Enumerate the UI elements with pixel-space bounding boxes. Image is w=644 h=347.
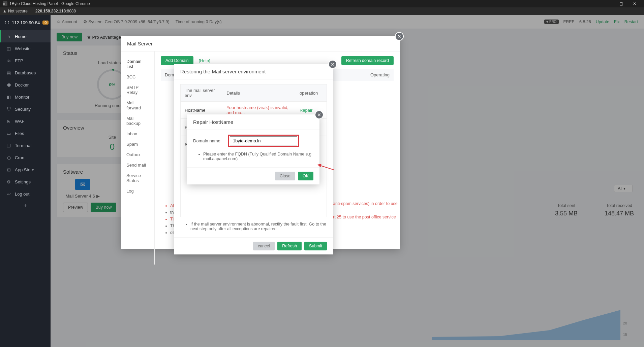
hint-peek-2: rt 25 to use the post office service: [333, 215, 396, 219]
nav-label: Log out: [15, 192, 29, 197]
fqdn-hint: Please enter the FQDN (Fully Qualified D…: [203, 152, 313, 161]
nav-item-cron[interactable]: ◷Cron: [0, 151, 51, 164]
refresh-domain-record-button[interactable]: Refresh domain record: [341, 56, 394, 65]
hint-peek-1: anti-spam services) in order to use: [333, 201, 398, 206]
close-icon[interactable]: ✕: [315, 110, 324, 119]
domain-name-label: Domain name: [193, 138, 223, 143]
nav-icon: ≋: [6, 58, 11, 63]
refresh-button[interactable]: Refresh: [277, 242, 302, 250]
nav-item-security[interactable]: ⛉Security: [0, 103, 51, 115]
svg-marker-1: [317, 164, 321, 167]
ms-tab-inbox[interactable]: Inbox: [121, 129, 154, 139]
cancel-button[interactable]: cancel: [253, 242, 275, 250]
nav-icon: ⊞: [6, 167, 11, 172]
nav-item-monitor[interactable]: ◧Monitor: [0, 91, 51, 103]
col-operation: operation: [296, 84, 327, 102]
browser-addressbar: ▲ Not secure | 220.158.232.118:8888: [0, 7, 644, 15]
favicon: BT: [3, 1, 7, 6]
close-window-button[interactable]: ✕: [628, 1, 641, 6]
ms-tab-outbox[interactable]: Outbox: [121, 149, 154, 160]
add-nav-item[interactable]: +: [0, 200, 51, 212]
submit-button[interactable]: Submit: [304, 242, 327, 250]
close-button[interactable]: Close: [275, 172, 295, 180]
domain-name-input-highlight: [228, 135, 299, 147]
nav-label: Security: [15, 107, 31, 112]
nav-label: FTP: [15, 58, 23, 63]
nav-label: Databases: [15, 70, 36, 75]
mail-server-title: Mail Server ✕: [121, 36, 400, 51]
close-icon[interactable]: ✕: [328, 60, 337, 69]
nav-label: Terminal: [15, 143, 31, 148]
mail-server-tabs: Domain ListBCCSMTP RelayMail forwardMail…: [121, 51, 155, 265]
ms-tab-bcc[interactable]: BCC: [121, 72, 154, 82]
url-host[interactable]: 220.158.232.118:8888: [35, 9, 76, 13]
svg-line-0: [319, 165, 334, 170]
nav-icon: ❏: [6, 143, 11, 148]
nav-icon: ⬢: [6, 82, 11, 88]
minimize-button[interactable]: —: [601, 1, 614, 6]
nav-label: Cron: [15, 155, 24, 160]
nav-icon: ▤: [6, 70, 11, 75]
nav-item-files[interactable]: ▭Files: [0, 127, 51, 139]
nav-icon: ⌂: [6, 34, 11, 39]
col-env: The mail server env: [181, 84, 223, 102]
ms-tab-send-mail[interactable]: Send mail: [121, 160, 154, 170]
ms-tab-mail-forward[interactable]: Mail forward: [121, 98, 154, 113]
browser-titlebar: BT 1Byte Cloud Hosting Panel - Google Ch…: [0, 0, 644, 7]
nav-item-docker[interactable]: ⬢Docker: [0, 79, 51, 91]
ms-tab-smtp-relay[interactable]: SMTP Relay: [121, 82, 154, 98]
maximize-button[interactable]: ▢: [614, 1, 628, 6]
nav-label: Website: [15, 46, 31, 51]
window-title: 1Byte Cloud Hosting Panel - Google Chrom…: [9, 1, 90, 6]
nav-label: Home: [15, 34, 27, 39]
annotation-arrow: [317, 164, 334, 171]
not-secure-indicator[interactable]: ▲ Not secure: [3, 9, 28, 13]
nav-icon: ⚙: [6, 179, 11, 184]
ms-tab-log[interactable]: Log: [121, 186, 154, 196]
nav-item-log-out[interactable]: ↩Log out: [0, 188, 51, 200]
restore-note: If the mail server environment is abnorm…: [180, 217, 327, 233]
ms-tab-service-status[interactable]: Service Status: [121, 170, 154, 186]
nav-label: App Store: [15, 167, 34, 172]
nav-item-ftp[interactable]: ≋FTP: [0, 55, 51, 67]
nav-label: Files: [15, 131, 24, 136]
nav-item-terminal[interactable]: ❏Terminal: [0, 139, 51, 151]
col-details: Details: [222, 84, 296, 102]
server-ip: 112.109.90.84: [12, 20, 40, 25]
nav-icon: ▭: [6, 131, 11, 136]
ms-tab-domain-list[interactable]: Domain List: [121, 56, 154, 72]
ms-tab-mail-backup[interactable]: Mail backup: [121, 113, 154, 129]
nav-item-website[interactable]: ◫Website: [0, 42, 51, 55]
nav-item-databases[interactable]: ▤Databases: [0, 67, 51, 79]
help-link[interactable]: [Help]: [199, 58, 210, 63]
domain-name-input[interactable]: [230, 136, 297, 145]
nav-icon: ⛉: [6, 107, 11, 112]
sidebar: 🖵 112.109.90.84 0 ⌂Home◫Website≋FTP▤Data…: [0, 15, 51, 347]
nav-item-waf[interactable]: ⛨WAF: [0, 115, 51, 127]
nav-label: Settings: [15, 179, 31, 184]
nav-icon: ⛨: [6, 119, 11, 124]
restore-env-title: Restoring the Mail server environment ✕: [174, 64, 333, 79]
nav-label: WAF: [15, 119, 24, 124]
ok-button[interactable]: OK: [298, 172, 313, 180]
nav-label: Monitor: [15, 95, 29, 100]
nav-icon: ◷: [6, 155, 11, 160]
nav-item-app-store[interactable]: ⊞App Store: [0, 164, 51, 176]
repair-hostname-modal: Repair HostName ✕ Domain name Please ent…: [187, 114, 319, 184]
nav-icon: ◫: [6, 46, 11, 51]
nav-item-settings[interactable]: ⚙Settings: [0, 176, 51, 188]
ms-tab-spam[interactable]: Spam: [121, 139, 154, 149]
alert-count-badge[interactable]: 0: [42, 21, 49, 25]
nav-icon: ◧: [6, 95, 11, 100]
close-icon[interactable]: ✕: [395, 32, 404, 41]
repair-hostname-title: Repair HostName ✕: [187, 114, 319, 130]
nav-label: Docker: [15, 82, 29, 88]
sidebar-header: 🖵 112.109.90.84 0: [0, 15, 51, 30]
nav-item-home[interactable]: ⌂Home: [0, 30, 51, 42]
monitor-icon: 🖵: [5, 20, 9, 25]
nav-icon: ↩: [6, 192, 11, 197]
